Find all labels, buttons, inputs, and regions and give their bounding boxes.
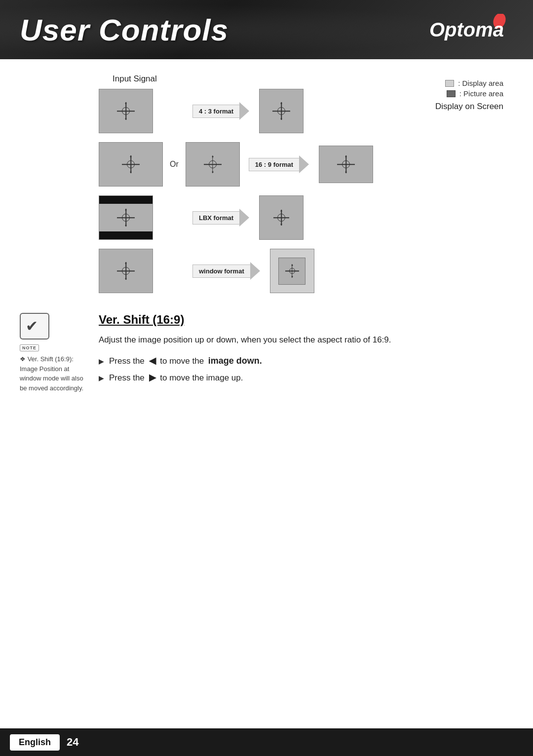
- output-box-169: [319, 146, 373, 183]
- bullet-arrow-2: ▶: [99, 374, 104, 382]
- input-box-window: [99, 249, 153, 293]
- output-box-43: [259, 89, 304, 133]
- input-box-169b: [186, 142, 240, 187]
- arrow-lbx: LBX format: [192, 209, 249, 227]
- crosshair-lbx: [117, 209, 135, 227]
- crosshair-169b: [204, 155, 222, 173]
- arrow-right-window: [250, 262, 260, 280]
- note-side: ✔ NOTE ❖ Ver. Shift (16:9): Image Positi…: [20, 313, 94, 393]
- svg-text:Optoma: Optoma: [429, 19, 504, 40]
- svg-text:✔: ✔: [26, 318, 38, 334]
- format-label-lbx: LBX format: [192, 211, 240, 225]
- arrow-right-lbx: [239, 209, 249, 227]
- ver-shift-description: Adjust the image position up or down, wh…: [99, 334, 444, 346]
- crosshair-out-lbx: [273, 210, 289, 226]
- ver-shift-section: ✔ NOTE ❖ Ver. Shift (16:9): Image Positi…: [99, 313, 503, 383]
- format-section: 4 : 3 format: [30, 89, 503, 383]
- crosshair-out-169: [337, 155, 355, 173]
- legend-display-box: [445, 80, 454, 87]
- note-label: NOTE: [20, 344, 39, 351]
- window-inner: [278, 258, 305, 285]
- ver-shift-title: Ver. Shift (16:9): [99, 313, 503, 327]
- crosshair-169a: [122, 155, 140, 173]
- main-content: : Display area : Picture area Display on…: [0, 59, 533, 418]
- format-row-lbx: LBX format: [99, 195, 435, 240]
- crosshair-out-43: [272, 102, 290, 120]
- format-row-169: Or 16 : 9 format: [99, 142, 435, 187]
- input-box-169a: [99, 142, 163, 187]
- bullet-2-text: Press the ▶ to move the image up.: [109, 372, 243, 383]
- format-row-window: window format: [99, 249, 435, 293]
- arrow-right-43: [239, 102, 249, 120]
- page-header: User Controls Optoma: [0, 0, 533, 59]
- formats-list: 4 : 3 format: [99, 89, 435, 293]
- arrow-right-169: [299, 155, 309, 173]
- right-arrow-icon: ▶: [149, 373, 156, 382]
- page-title: User Controls: [20, 12, 228, 47]
- crosshair-43: [117, 102, 135, 120]
- crosshair-window: [117, 262, 135, 280]
- output-box-window: [270, 249, 314, 293]
- logo: Optoma: [424, 14, 513, 45]
- arrow-169: 16 : 9 format: [249, 155, 309, 173]
- input-box-43: [99, 89, 153, 133]
- output-box-lbx: [259, 195, 304, 240]
- page-footer: English 24: [0, 728, 533, 756]
- legend-display: : Display area: [445, 79, 503, 87]
- format-label-window: window format: [192, 265, 251, 278]
- left-arrow-icon: ◀: [149, 356, 156, 366]
- format-label-169: 16 : 9 format: [249, 158, 300, 171]
- input-box-lbx: [99, 195, 153, 240]
- note-icon: ✔: [20, 313, 49, 340]
- arrow-43: 4 : 3 format: [192, 102, 249, 120]
- format-label-43: 4 : 3 format: [192, 105, 240, 118]
- bullet-1: ▶ Press the ◀ to move the image down.: [99, 355, 503, 366]
- crosshair-out-window: [285, 264, 299, 278]
- bullet-1-text: Press the ◀ to move the image down.: [109, 355, 262, 366]
- footer-language: English: [10, 734, 60, 751]
- bullet-2: ▶ Press the ▶ to move the image up.: [99, 372, 503, 383]
- lbx-content: [99, 204, 152, 231]
- footer-page-number: 24: [67, 736, 78, 749]
- or-label: Or: [170, 160, 179, 169]
- format-row-43: 4 : 3 format: [99, 89, 435, 133]
- image-down-emphasis: image down.: [208, 356, 262, 366]
- arrow-window: window format: [192, 262, 260, 280]
- bullet-arrow-1: ▶: [99, 357, 104, 365]
- note-text: ❖ Ver. Shift (16:9): Image Position at w…: [20, 354, 84, 393]
